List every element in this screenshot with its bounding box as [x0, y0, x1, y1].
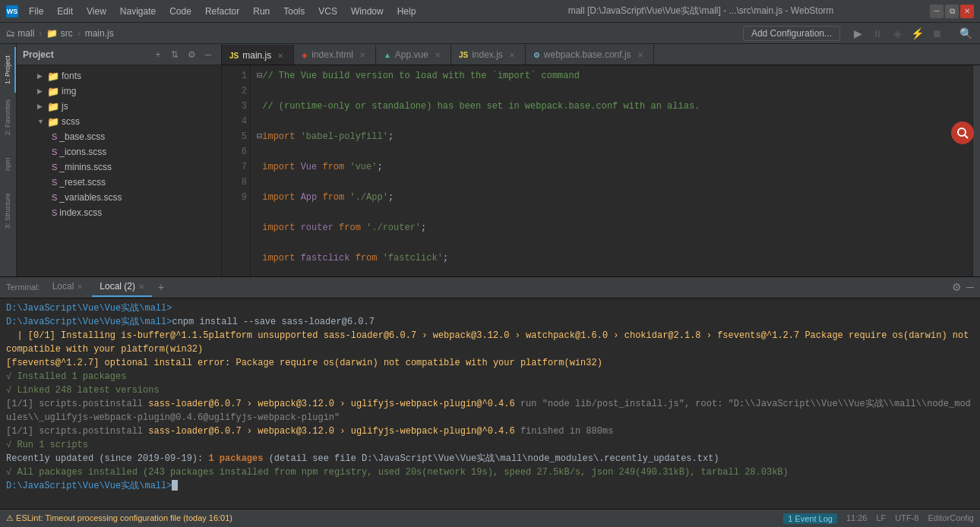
line-ending-display[interactable]: LF — [876, 513, 886, 524]
sidebar-settings-button[interactable]: ⚙ — [185, 48, 198, 62]
tab-index-js[interactable]: JS index.js ✕ — [451, 45, 526, 65]
tree-item-reset-scss[interactable]: S _reset.scss — [17, 175, 221, 190]
terminal-label: Terminal: — [6, 282, 40, 292]
tab-close-app-vue[interactable]: ✕ — [432, 49, 443, 60]
run-button[interactable]: ▶ — [849, 25, 866, 42]
tab-close-main-js[interactable]: ✕ — [275, 50, 286, 61]
structure-panel-tab[interactable]: 3: Structure — [1, 188, 16, 234]
editor-tabs-bar: JS main.js ✕ ◈ index.html ✕ ▲ App.vue ✕ … — [222, 44, 980, 65]
tree-item-base-scss[interactable]: S _base.scss — [17, 129, 221, 144]
encoding-display[interactable]: UTF-8 — [895, 513, 918, 524]
menu-code[interactable]: Code — [163, 5, 198, 18]
sidebar-content: ▶ 📁 fonts ▶ 📁 img ▶ 📁 js — [17, 65, 221, 276]
menu-vcs[interactable]: VCS — [312, 5, 343, 18]
terminal-line: [1/1] scripts.postinstall sass-loader@6.… — [6, 397, 974, 424]
breadcrumb-mainjs[interactable]: main.js — [85, 28, 114, 39]
terminal-line: √ Linked 248 latest versions — [6, 383, 974, 397]
event-log-badge[interactable]: 1 Event Log — [783, 513, 837, 524]
menu-view[interactable]: View — [81, 5, 112, 18]
terminal-minimize-button[interactable]: ─ — [966, 281, 974, 293]
terminal-line: [fsevents@^1.2.7] optional install error… — [6, 356, 974, 370]
terminal-tab-local2-close[interactable]: ✕ — [138, 282, 144, 291]
profile-button[interactable]: ⚡ — [909, 25, 925, 42]
webpack-file-icon: ⚙ — [533, 51, 540, 59]
menu-navigate[interactable]: Navigate — [114, 5, 162, 18]
npm-panel-tab[interactable]: npm — [1, 141, 16, 187]
tab-close-webpack[interactable]: ✕ — [635, 49, 646, 60]
terminal-line: D:\JavaScript\Vue\Vue实战\mall> — [6, 479, 974, 493]
tree-item-minins-scss[interactable]: S _minins.scss — [17, 159, 221, 175]
tree-item-fonts[interactable]: ▶ 📁 fonts — [17, 68, 221, 84]
breadcrumb-src[interactable]: 📁 src — [46, 28, 72, 39]
second-toolbar: 🗂 mall › 📁 src › main.js Add Configurati… — [0, 23, 980, 44]
sidebar-minimize-button[interactable]: ─ — [201, 48, 215, 62]
favorites-panel-tab[interactable]: 2: Favorites — [1, 94, 16, 140]
terminal-line: √ Installed 1 packages — [6, 370, 974, 383]
search-everywhere-button[interactable]: 🔍 — [957, 25, 974, 42]
tree-item-scss[interactable]: ▼ 📁 scss — [17, 114, 221, 129]
menu-help[interactable]: Help — [391, 5, 422, 18]
menu-refactor[interactable]: Refactor — [199, 5, 245, 18]
line-numbers: 12345 6789 — [222, 65, 251, 276]
menu-tools[interactable]: Tools — [277, 5, 311, 18]
tab-webpack[interactable]: ⚙ webpack.base.conf.js ✕ — [526, 45, 654, 65]
terminal-line: D:\JavaScript\Vue\Vue实战\mall>cnpm instal… — [6, 315, 974, 329]
tab-main-js[interactable]: JS main.js ✕ — [222, 45, 294, 65]
status-right: 1 Event Log 11:26 LF UTF-8 EditorConfig — [783, 513, 974, 524]
minimize-button[interactable]: ─ — [930, 5, 944, 18]
terminal-line: √ Run 1 scripts — [6, 438, 974, 452]
restore-button[interactable]: ⧉ — [945, 5, 959, 18]
debug-button[interactable]: ⏸ — [869, 25, 886, 42]
code-content[interactable]: ⊟// The Vue build version to load with t… — [251, 65, 972, 276]
sidebar-header: Project + ⇅ ⚙ ─ — [17, 44, 221, 65]
html-file-icon: ◈ — [302, 51, 308, 59]
tree-item-js[interactable]: ▶ 📁 js — [17, 99, 221, 114]
tab-close-index-js[interactable]: ✕ — [507, 49, 517, 60]
coverage-button[interactable]: ◈ — [889, 25, 906, 42]
tree-item-index-scss[interactable]: S index.scss — [17, 205, 221, 220]
app-logo: WS — [6, 5, 18, 17]
terminal-settings-button[interactable]: ⚙ — [952, 281, 962, 293]
close-button[interactable]: ✕ — [960, 5, 974, 18]
run-toolbar: ▶ ⏸ ◈ ⚡ ⏹ 🔍 — [849, 25, 974, 42]
editor-scrollbar[interactable] — [972, 65, 980, 276]
menu-file[interactable]: File — [23, 5, 49, 18]
menu-edit[interactable]: Edit — [51, 5, 79, 18]
status-left: ⚠ ESLint: Timeout processing configurati… — [6, 513, 777, 523]
tree-item-img[interactable]: ▶ 📁 img — [17, 84, 221, 99]
editor-area: JS main.js ✕ ◈ index.html ✕ ▲ App.vue ✕ … — [222, 44, 980, 276]
terminal-tabs-bar: Terminal: Local ✕ Local (2) ✕ + ⚙ ─ — [0, 277, 980, 298]
search-overlay-button[interactable] — [951, 121, 974, 144]
indent-config-display[interactable]: EditorConfig — [928, 513, 974, 524]
breadcrumb-mall[interactable]: 🗂 mall — [6, 28, 34, 39]
svg-point-0 — [958, 128, 966, 136]
menu-run[interactable]: Run — [247, 5, 276, 18]
eslint-warning: ⚠ ESLint: Timeout processing configurati… — [6, 513, 232, 523]
terminal-tab-local[interactable]: Local ✕ — [45, 277, 91, 297]
tree-item-variables-scss[interactable]: S _variables.scss — [17, 190, 221, 205]
stop-button[interactable]: ⏹ — [928, 25, 945, 42]
tab-close-index-html[interactable]: ✕ — [357, 49, 368, 60]
sidebar-add-button[interactable]: + — [151, 48, 165, 62]
tree-item-icons-scss[interactable]: S _icons.scss — [17, 144, 221, 159]
time-display: 11:26 — [846, 513, 868, 524]
svg-line-1 — [965, 135, 968, 138]
bottom-panel: Terminal: Local ✕ Local (2) ✕ + ⚙ ─ D:\J… — [0, 276, 980, 510]
terminal-line: [1/1] scripts.postinstall sass-loader@6.… — [6, 424, 974, 438]
terminal-tab-local-close[interactable]: ✕ — [77, 282, 83, 291]
sidebar-scroll-button[interactable]: ⇅ — [168, 48, 182, 62]
add-configuration-button[interactable]: Add Configuration... — [743, 26, 840, 41]
add-terminal-button[interactable]: + — [153, 279, 169, 295]
tab-app-vue[interactable]: ▲ App.vue ✕ — [376, 45, 451, 65]
project-panel-tab[interactable]: 1: Project — [1, 47, 16, 93]
menu-window[interactable]: Window — [345, 5, 390, 18]
terminal-tab-local2[interactable]: Local (2) ✕ — [92, 277, 152, 297]
title-bar: WS File Edit View Navigate Code Refactor… — [0, 0, 980, 23]
terminal-content[interactable]: D:\JavaScript\Vue\Vue实战\mall> D:\JavaScr… — [0, 298, 980, 510]
code-editor-wrapper: 12345 6789 ⊟// The Vue build version to … — [222, 65, 980, 276]
search-icon — [956, 127, 969, 139]
js-file-icon2: JS — [459, 51, 468, 59]
menubar: File Edit View Navigate Code Refactor Ru… — [23, 5, 472, 18]
tab-index-html[interactable]: ◈ index.html ✕ — [294, 45, 376, 65]
window-controls: ─ ⧉ ✕ — [930, 5, 974, 18]
